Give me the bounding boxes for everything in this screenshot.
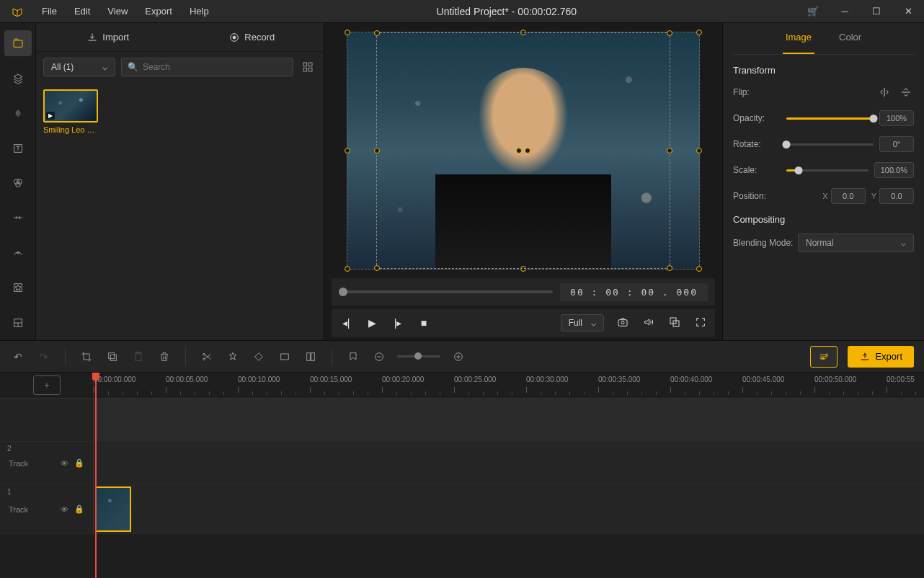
delete-icon[interactable] <box>156 349 172 365</box>
sidebar-filters[interactable] <box>4 170 32 196</box>
svg-point-9 <box>233 36 236 39</box>
position-y-value[interactable]: 0.0 <box>879 188 914 204</box>
sidebar-split[interactable] <box>4 310 32 336</box>
timeline-toolbar: ↶ ↷ Export <box>0 340 924 373</box>
tick: 00:00:45.000 <box>742 375 784 383</box>
redo-icon[interactable]: ↷ <box>36 349 52 365</box>
sidebar-motion[interactable] <box>4 240 32 266</box>
undo-icon[interactable]: ↶ <box>10 349 26 365</box>
svg-rect-24 <box>281 354 289 360</box>
next-frame-button[interactable]: |▸ <box>391 317 405 329</box>
blend-mode-dropdown[interactable]: Normal⌵ <box>798 234 914 252</box>
close-button[interactable]: ✕ <box>892 0 924 23</box>
grid-icon[interactable] <box>303 349 319 365</box>
record-button[interactable]: Record <box>180 23 324 51</box>
play-button[interactable]: ▶ <box>365 317 379 329</box>
zoom-in-icon[interactable] <box>450 349 466 365</box>
media-clip[interactable]: Smiling Leo … <box>43 89 101 134</box>
volume-icon[interactable] <box>641 316 656 330</box>
clip-label: Smiling Leo … <box>43 125 101 134</box>
track-row-2: 2 Track 👁 🔒 <box>0 442 924 485</box>
copy-icon[interactable] <box>105 349 120 365</box>
menu-file[interactable]: File <box>35 1 64 21</box>
menu-edit[interactable]: Edit <box>67 1 97 21</box>
add-track-button[interactable]: ＋ <box>33 375 61 395</box>
marker-icon[interactable] <box>345 349 361 365</box>
timeline-ticks[interactable]: 00:00:00.00000:00:05.00000:00:10.00000:0… <box>94 373 924 398</box>
menu-export[interactable]: Export <box>138 1 179 21</box>
chevron-down-icon: ⌵ <box>901 238 906 248</box>
playhead[interactable] <box>95 373 97 578</box>
detach-icon[interactable] <box>667 316 682 330</box>
menu-view[interactable]: View <box>100 1 135 21</box>
import-button[interactable]: Import <box>36 23 180 51</box>
export-button[interactable]: Export <box>848 346 914 368</box>
grid-view-icon[interactable] <box>299 58 316 76</box>
minimize-button[interactable]: ─ <box>829 0 861 23</box>
transform-title: Transform <box>733 65 914 76</box>
track-body[interactable] <box>94 442 924 484</box>
split-icon[interactable] <box>199 349 215 365</box>
fullscreen-icon[interactable] <box>693 316 708 330</box>
rotate-value[interactable]: 0° <box>879 136 914 152</box>
timeline: ＋ 00:00:00.00000:00:05.00000:00:10.00000… <box>0 373 924 578</box>
paste-icon[interactable] <box>130 349 146 365</box>
rotate-slider[interactable] <box>786 143 874 146</box>
maximize-button[interactable]: ☐ <box>861 0 892 23</box>
x-axis-label: X <box>822 192 827 200</box>
position-x-value[interactable]: 0.0 <box>831 188 866 204</box>
opacity-value[interactable]: 100% <box>879 110 914 126</box>
track-number: 1 <box>7 488 12 496</box>
scale-value[interactable]: 100.0% <box>874 162 914 178</box>
track-label: Track <box>9 459 28 468</box>
sidebar-media[interactable] <box>4 30 32 56</box>
sidebar-text[interactable] <box>4 135 32 161</box>
flip-horizontal-icon[interactable] <box>876 84 892 100</box>
preview-canvas[interactable] <box>347 32 700 270</box>
tab-image[interactable]: Image <box>783 23 814 54</box>
svg-rect-26 <box>311 352 315 360</box>
visibility-icon[interactable]: 👁 <box>61 505 68 514</box>
keyframe-icon[interactable] <box>251 349 267 365</box>
tick: 00:00:35.000 <box>598 375 640 383</box>
visibility-icon[interactable]: 👁 <box>61 459 68 468</box>
sidebar-audio[interactable] <box>4 100 32 126</box>
sidebar-layers[interactable] <box>4 65 32 91</box>
speed-icon[interactable] <box>225 349 241 365</box>
track-body[interactable] <box>94 485 924 533</box>
svg-point-29 <box>826 354 828 356</box>
flip-vertical-icon[interactable] <box>898 84 914 100</box>
scale-slider[interactable] <box>786 169 869 172</box>
search-box[interactable]: 🔍 <box>121 58 293 76</box>
media-filter-dropdown[interactable]: All (1)⌵ <box>43 58 115 76</box>
zoom-slider[interactable] <box>397 355 440 357</box>
svg-point-3 <box>17 179 22 184</box>
opacity-slider[interactable] <box>786 117 874 120</box>
tick: 00:00:05.000 <box>166 375 208 383</box>
menu-help[interactable]: Help <box>182 1 216 21</box>
position-label: Position: <box>733 191 786 201</box>
tab-color[interactable]: Color <box>836 23 864 54</box>
sidebar-elements[interactable] <box>4 275 32 301</box>
svg-rect-11 <box>308 63 312 66</box>
zoom-out-icon[interactable] <box>371 349 387 365</box>
blend-label: Blending Mode: <box>733 238 798 248</box>
properties-panel: Image Color Transform Flip: Opacity: 100… <box>722 23 924 340</box>
lock-icon[interactable]: 🔒 <box>74 458 84 468</box>
fit-dropdown[interactable]: Full⌵ <box>561 314 604 332</box>
svg-rect-12 <box>303 68 307 71</box>
scrubber-track[interactable] <box>339 290 553 293</box>
search-input[interactable] <box>143 62 287 72</box>
svg-rect-25 <box>307 352 311 360</box>
export-settings-button[interactable] <box>810 346 838 368</box>
crop-icon[interactable] <box>79 349 94 365</box>
stop-button[interactable]: ■ <box>417 317 431 329</box>
timeline-clip[interactable] <box>95 486 131 532</box>
snapshot-icon[interactable] <box>616 316 630 330</box>
aspect-icon[interactable] <box>277 349 293 365</box>
chevron-down-icon: ⌵ <box>102 62 107 72</box>
sidebar-transitions[interactable] <box>4 205 32 231</box>
lock-icon[interactable]: 🔒 <box>74 504 84 514</box>
prev-frame-button[interactable]: ◂| <box>339 317 353 329</box>
shop-icon[interactable]: 🛒 <box>797 0 829 23</box>
